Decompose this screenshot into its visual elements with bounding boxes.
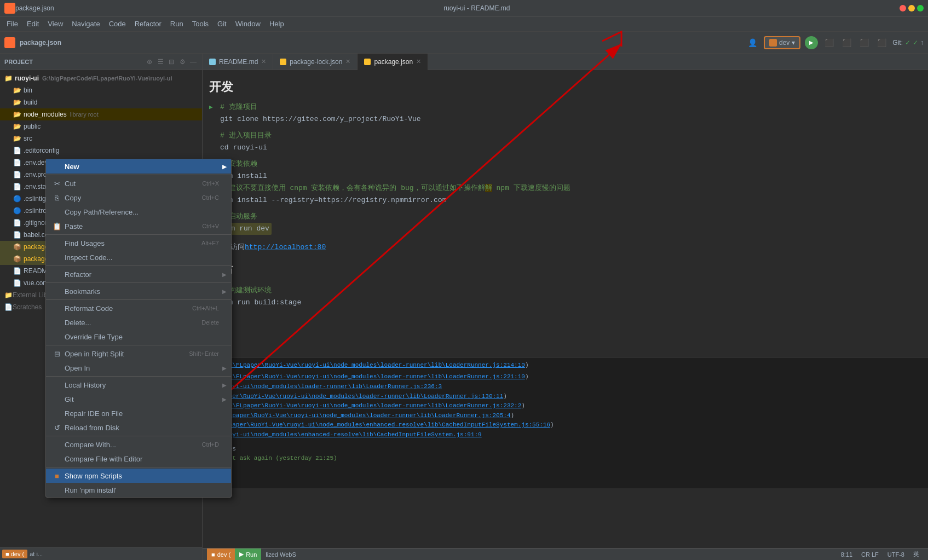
sidebar-icon-settings[interactable]: ⚙: [178, 57, 187, 66]
ctx-sep-1: [46, 175, 231, 175]
code-line-3: # 进入项目目录: [209, 130, 921, 142]
menu-tools[interactable]: Tools: [188, 19, 213, 29]
ctx-find-usages[interactable]: Find Usages Alt+F7: [46, 236, 231, 250]
ctx-repair-ide[interactable]: Repair IDE on File: [46, 406, 231, 420]
terminal-link-8[interactable]: ruoyi-ui\node_modules\enhanced-resolve\l…: [221, 430, 481, 440]
copy-icon: ⎘: [53, 194, 61, 202]
close-button[interactable]: [900, 5, 906, 11]
menu-code[interactable]: Code: [105, 19, 130, 29]
sidebar-bottom-bar: ■ dev ( at i...: [0, 547, 202, 560]
ctx-paste[interactable]: 📋 Paste Ctrl+V: [46, 219, 231, 233]
ctx-reload-label: Reload from Disk: [65, 424, 119, 432]
ctx-local-history[interactable]: Local History: [46, 378, 231, 392]
terminal-link-5[interactable]: ode\FLpaper\RuoYi-Vue\ruoyi-ui\node_modu…: [221, 401, 521, 411]
menu-view[interactable]: View: [43, 19, 67, 29]
tab-readme-close[interactable]: ✕: [261, 58, 266, 65]
status-run[interactable]: ▶ Run: [235, 549, 261, 561]
cmd-build: npm run build:stage: [220, 297, 301, 309]
ctx-open-split-label: Open in Right Split: [65, 350, 124, 358]
ctx-new[interactable]: New ▶: [46, 159, 231, 174]
tree-item-node-modules[interactable]: 📂 node_modules library root: [0, 108, 202, 120]
terminal-link-3[interactable]: ruoyi-ui\node_modules\loader-runner\lib\…: [221, 382, 442, 392]
ctx-bookmarks[interactable]: Bookmarks: [46, 284, 231, 298]
tree-item-src[interactable]: 📂 src: [0, 132, 202, 145]
ctx-reload-disk[interactable]: ↺ Reload from Disk: [46, 420, 231, 435]
ctx-override-label: Override File Type: [65, 333, 123, 341]
terminal-link-2[interactable]: ode\FLpaper\RuoYi-Vue\ruoyi-ui\node_modu…: [221, 372, 525, 382]
ctx-delete[interactable]: Delete... Delete: [46, 315, 231, 330]
ctx-refactor[interactable]: Refactor: [46, 267, 231, 281]
minimize-button[interactable]: [908, 5, 915, 11]
ctx-compare-file-editor[interactable]: Compare File with Editor: [46, 452, 231, 466]
ctx-delete-shortcut: Delete: [201, 319, 219, 326]
tab-readme[interactable]: README.md ✕: [203, 54, 273, 70]
ctx-reformat[interactable]: Reformat Code Ctrl+Alt+L: [46, 301, 231, 315]
menu-window[interactable]: Window: [231, 19, 265, 29]
tab-pkg-close[interactable]: ✕: [416, 58, 421, 65]
terminal-link-6[interactable]: \FLpaper\RuoYi-Vue\ruoyi-ui\node_modules…: [221, 411, 510, 421]
tree-item-build[interactable]: 📂 build: [0, 96, 202, 108]
toolbar-icon-4[interactable]: ⬛: [875, 36, 888, 49]
tree-label-editorconfig: .editorconfig: [24, 147, 59, 154]
ctx-copy-path[interactable]: Copy Path/Reference...: [46, 205, 231, 219]
ctx-override-file-type[interactable]: Override File Type: [46, 330, 231, 344]
browser-url[interactable]: http://localhost:80: [245, 241, 326, 253]
tab-pkg-lock-close[interactable]: ✕: [345, 58, 350, 65]
tab-package-json[interactable]: package.json ✕: [358, 54, 428, 70]
tree-item-bin[interactable]: 📂 bin: [0, 84, 202, 96]
menu-run[interactable]: Run: [166, 19, 188, 29]
tree-item-public[interactable]: 📂 public: [0, 120, 202, 132]
ctx-inspect-label: Inspect Code...: [65, 253, 112, 262]
menu-edit[interactable]: Edit: [22, 19, 43, 29]
ctx-inspect-code[interactable]: Inspect Code...: [46, 250, 231, 264]
terminal-link-4[interactable]: paper\RuoYi-Vue\ruoyi-ui\node_modules\lo…: [221, 392, 503, 402]
sidebar-icon-target[interactable]: ⊕: [145, 57, 154, 66]
run-config-button[interactable]: dev ▾: [764, 36, 800, 49]
ctx-run-npm-install[interactable]: Run 'npm install': [46, 483, 231, 497]
sidebar-icon-close[interactable]: —: [189, 57, 198, 66]
status-dev[interactable]: ■ dev (: [207, 549, 235, 561]
menu-file[interactable]: File: [2, 19, 22, 29]
ctx-open-right-split[interactable]: ⊟ Open in Right Split Shift+Enter: [46, 347, 231, 361]
cmd-2: cd ruoyi-ui: [220, 142, 267, 154]
menu-navigate[interactable]: Navigate: [67, 19, 104, 29]
menu-git[interactable]: Git: [213, 19, 231, 29]
run-button[interactable]: ▶: [805, 36, 818, 49]
file-icon-env-stag: 📄: [13, 183, 21, 190]
ctx-open-in[interactable]: Open In: [46, 361, 231, 375]
toolbar-icon-2[interactable]: ⬛: [840, 36, 853, 49]
folder-icon-external: 📁: [4, 291, 13, 299]
maximize-button[interactable]: [917, 5, 924, 11]
file-icon-readme: 📄: [13, 267, 21, 275]
ctx-compare-with[interactable]: Compare With... Ctrl+D: [46, 437, 231, 452]
code-line-2: git clone https://gitee.com/y_project/Ru…: [209, 113, 921, 125]
menu-help[interactable]: Help: [265, 19, 289, 29]
git-push-icon: ↑: [920, 39, 924, 47]
terminal-link-7[interactable]: FLpaper\RuoYi-Vue\ruoyi-ui\node_modules\…: [221, 420, 550, 430]
terminal-at-4: at r paper\RuoYi-Vue\ruoyi-ui\node_modul…: [207, 392, 924, 402]
ctx-copy[interactable]: ⎘ Copy Ctrl+C: [46, 190, 231, 205]
heading-kaifa: 开发: [209, 79, 921, 97]
terminal-link-1[interactable]: ode\FLpaper\RuoYi-Vue\ruoyi-ui\node_modu…: [221, 361, 525, 371]
tree-item-editorconfig[interactable]: 📄 .editorconfig: [0, 145, 202, 157]
user-icon[interactable]: 👤: [746, 36, 759, 49]
terminal-area: at i ode\FLpaper\RuoYi-Vue\ruoyi-ui\node…: [203, 357, 928, 488]
tree-item-root[interactable]: 📁 ruoyi-ui G:\bigPaperCode\FLpaper\RuoYi…: [0, 72, 202, 84]
ctx-git[interactable]: Git: [46, 392, 231, 406]
ctx-show-npm-scripts[interactable]: ■ Show npm Scripts: [46, 469, 231, 483]
git-check-2: ✓: [913, 39, 918, 47]
toolbar-icon-1[interactable]: ⬛: [822, 36, 835, 49]
ctx-cut-label: Cut: [65, 180, 76, 188]
sidebar-icon-expand[interactable]: ☰: [156, 57, 165, 66]
tab-package-lock[interactable]: package-lock.json ✕: [273, 54, 358, 70]
ctx-bookmarks-label: Bookmarks: [65, 287, 100, 296]
menu-refactor[interactable]: Refactor: [130, 19, 166, 29]
ctx-sep-5: [46, 299, 231, 300]
browser-line: 浏览器访问 http://localhost:80: [209, 241, 921, 253]
ctx-cut[interactable]: ✂ Cut Ctrl+X: [46, 176, 231, 190]
code-line-6: npm install: [209, 170, 921, 182]
terminal-at-7: at S FLpaper\RuoYi-Vue\ruoyi-ui\node_mod…: [207, 420, 924, 430]
toolbar-icon-3[interactable]: ⬛: [857, 36, 871, 49]
ctx-sep-9: [46, 467, 231, 467]
sidebar-icon-collapse[interactable]: ⊟: [167, 57, 176, 66]
